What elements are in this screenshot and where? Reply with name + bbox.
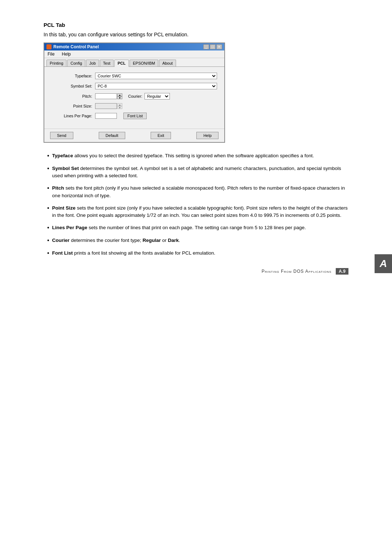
page-footer: Printing From DOS Applications A.9: [44, 268, 348, 275]
pitch-row: Pitch: 10.00 ▲ ▼ Courier: Regular: [52, 93, 217, 100]
remote-control-panel-window: Remote Control Panel _ □ ✕ File Help Pri…: [44, 42, 225, 143]
window-content: Typeface: Courier SWC Symbol Set: PC-8: [44, 67, 224, 129]
bullet-courier-text: Courier determines the courier font type…: [52, 237, 180, 244]
linesperpage-input[interactable]: 66: [95, 113, 117, 119]
send-button[interactable]: Send: [50, 132, 73, 139]
pitch-label: Pitch:: [52, 94, 95, 98]
help-button[interactable]: Help: [196, 132, 219, 139]
tab-about[interactable]: About: [159, 60, 176, 66]
pitch-down-button[interactable]: ▼: [117, 96, 122, 99]
bullet-pointsize-text: Point Size sets the font point size (onl…: [52, 204, 348, 219]
symbolset-row: Symbol Set: PC-8: [52, 83, 217, 89]
minimize-button[interactable]: _: [203, 44, 209, 49]
window-controls[interactable]: _ □ ✕: [203, 44, 222, 49]
tab-printing[interactable]: Printing: [46, 60, 66, 66]
list-item-symbolset: Symbol Set determines the symbol set. A …: [44, 165, 348, 180]
courier-label: Courier:: [128, 94, 142, 98]
tab-epson-ibm[interactable]: EPSON/IBM: [130, 60, 158, 66]
pointsize-row: Point Size: 12.00 ▲ ▼: [52, 103, 217, 109]
bullet-list: Typeface allows you to select the desire…: [44, 152, 348, 257]
pointsize-up-button[interactable]: ▲: [117, 103, 122, 106]
list-item-courier: Courier determines the courier font type…: [44, 237, 348, 244]
maximize-button[interactable]: □: [210, 44, 216, 49]
bullet-fontlist-text: Font List prints a font list showing all…: [52, 250, 216, 257]
pitch-control: 10.00 ▲ ▼ Courier: Regular: [95, 93, 217, 100]
default-button[interactable]: Default: [99, 132, 125, 139]
typeface-control[interactable]: Courier SWC: [95, 73, 217, 79]
list-item-linesperpage: Lines Per Page sets the number of lines …: [44, 224, 348, 232]
list-item-fontlist: Font List prints a font list showing all…: [44, 250, 348, 257]
window-footer: Send Default Exit Help: [44, 129, 224, 142]
pointsize-label: Point Size:: [52, 104, 95, 108]
tab-job[interactable]: Job: [86, 60, 99, 66]
window-title: Remote Control Panel: [53, 44, 99, 49]
typeface-label: Typeface:: [52, 74, 95, 78]
exit-button[interactable]: Exit: [151, 132, 171, 139]
linesperpage-label: Lines Per Page:: [52, 114, 95, 118]
tab-pcl[interactable]: PCL: [114, 60, 129, 67]
close-button[interactable]: ✕: [216, 44, 222, 49]
side-tab-a: A: [375, 254, 392, 273]
app-icon: [46, 44, 52, 49]
pitch-spinner[interactable]: 10.00 ▲ ▼: [95, 93, 122, 99]
linesperpage-control: 66 Font List: [95, 113, 217, 119]
list-item-pitch: Pitch sets the font pitch (only if you h…: [44, 185, 348, 199]
pointsize-input: 12.00: [95, 103, 117, 109]
list-item-typeface: Typeface allows you to select the desire…: [44, 152, 348, 160]
fontlist-button[interactable]: Font List: [123, 113, 147, 119]
footer-label: Printing From DOS Applications: [262, 269, 332, 274]
symbolset-control[interactable]: PC-8: [95, 83, 217, 89]
window-titlebar: Remote Control Panel _ □ ✕: [44, 43, 224, 50]
typeface-select[interactable]: Courier SWC: [95, 73, 217, 79]
pointsize-control: 12.00 ▲ ▼: [95, 103, 217, 109]
tab-test[interactable]: Test: [100, 60, 114, 66]
menu-file[interactable]: File: [46, 51, 56, 57]
symbolset-select[interactable]: PC-8: [95, 83, 217, 89]
menu-help[interactable]: Help: [61, 51, 72, 57]
bullet-typeface-text: Typeface allows you to select the desire…: [52, 152, 314, 160]
pointsize-down-button[interactable]: ▼: [117, 106, 122, 109]
symbolset-label: Symbol Set:: [52, 84, 95, 88]
linesperpage-row: Lines Per Page: 66 Font List: [52, 113, 217, 119]
menubar: File Help: [44, 50, 224, 58]
footer-page-badge: A.9: [336, 268, 348, 275]
tab-config[interactable]: Config: [67, 60, 85, 66]
list-item-pointsize: Point Size sets the font point size (onl…: [44, 204, 348, 219]
pitch-up-button[interactable]: ▲: [117, 93, 122, 96]
bullet-symbolset-text: Symbol Set determines the symbol set. A …: [52, 165, 348, 180]
typeface-row: Typeface: Courier SWC: [52, 73, 217, 79]
courier-select[interactable]: Regular: [144, 93, 170, 100]
bullet-pitch-text: Pitch sets the font pitch (only if you h…: [52, 185, 348, 199]
pcl-tab-heading: PCL Tab: [44, 22, 348, 28]
bullet-linesperpage-text: Lines Per Page sets the number of lines …: [52, 224, 306, 232]
tabs-row: Printing Config Job Test PCL EPSON/IBM A…: [44, 58, 224, 67]
pitch-input[interactable]: 10.00: [95, 93, 117, 99]
courier-inline: Courier: Regular: [128, 93, 170, 100]
pcl-intro: In this tab, you can configure various s…: [44, 32, 348, 37]
